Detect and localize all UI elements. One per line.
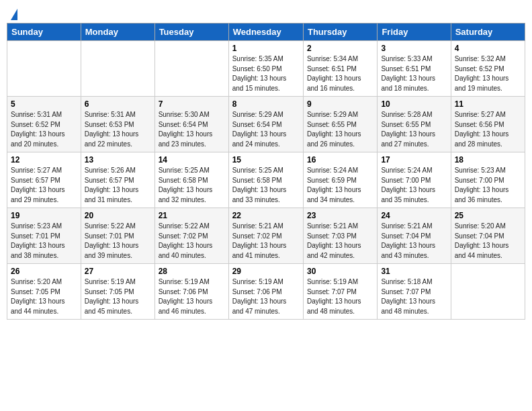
day-number: 2 [307,44,373,53]
calendar-week-row: 19Sunrise: 5:23 AM Sunset: 7:01 PM Dayli… [7,208,525,264]
calendar-cell [154,41,228,97]
day-header-sunday: Sunday [7,24,81,41]
day-number: 12 [11,155,77,165]
calendar-cell: 10Sunrise: 5:28 AM Sunset: 6:55 PM Dayli… [378,97,451,152]
header [7,7,525,17]
day-info: Sunrise: 5:18 AM Sunset: 7:07 PM Dayligh… [381,277,447,316]
day-info: Sunrise: 5:28 AM Sunset: 6:55 PM Dayligh… [381,110,447,149]
day-number: 22 [232,211,300,220]
calendar-cell: 17Sunrise: 5:24 AM Sunset: 7:00 PM Dayli… [378,152,451,208]
day-number: 9 [307,99,373,109]
day-info: Sunrise: 5:34 AM Sunset: 6:51 PM Dayligh… [307,54,373,93]
calendar-cell: 29Sunrise: 5:19 AM Sunset: 7:06 PM Dayli… [228,264,303,320]
day-header-thursday: Thursday [303,24,377,41]
day-number: 7 [159,99,225,109]
calendar-cell [7,41,81,97]
calendar-cell: 28Sunrise: 5:19 AM Sunset: 7:06 PM Dayli… [154,264,228,320]
calendar-week-row: 5Sunrise: 5:31 AM Sunset: 6:52 PM Daylig… [7,97,525,152]
calendar-cell: 23Sunrise: 5:21 AM Sunset: 7:03 PM Dayli… [303,208,377,264]
calendar-cell: 16Sunrise: 5:24 AM Sunset: 6:59 PM Dayli… [303,152,377,208]
day-header-tuesday: Tuesday [154,24,228,41]
day-number: 30 [307,267,373,276]
day-info: Sunrise: 5:23 AM Sunset: 7:00 PM Dayligh… [455,166,521,205]
calendar-cell [81,41,154,97]
calendar-cell: 8Sunrise: 5:29 AM Sunset: 6:54 PM Daylig… [228,97,303,152]
calendar-cell: 26Sunrise: 5:20 AM Sunset: 7:05 PM Dayli… [7,264,81,320]
day-number: 31 [381,267,447,276]
calendar-cell: 12Sunrise: 5:27 AM Sunset: 6:57 PM Dayli… [7,152,81,208]
day-number: 11 [455,99,521,109]
day-header-saturday: Saturday [451,24,525,41]
day-info: Sunrise: 5:21 AM Sunset: 7:04 PM Dayligh… [381,222,447,261]
calendar-cell: 13Sunrise: 5:26 AM Sunset: 6:57 PM Dayli… [81,152,154,208]
calendar-cell [451,264,525,320]
calendar-cell: 7Sunrise: 5:30 AM Sunset: 6:54 PM Daylig… [154,97,228,152]
calendar-cell: 31Sunrise: 5:18 AM Sunset: 7:07 PM Dayli… [378,264,451,320]
calendar-cell: 4Sunrise: 5:32 AM Sunset: 6:52 PM Daylig… [451,41,525,97]
calendar-cell: 22Sunrise: 5:21 AM Sunset: 7:02 PM Dayli… [228,208,303,264]
day-info: Sunrise: 5:19 AM Sunset: 7:05 PM Dayligh… [85,277,151,316]
calendar-cell: 11Sunrise: 5:27 AM Sunset: 6:56 PM Dayli… [451,97,525,152]
day-number: 18 [455,155,521,165]
calendar-cell: 5Sunrise: 5:31 AM Sunset: 6:52 PM Daylig… [7,97,81,152]
day-info: Sunrise: 5:23 AM Sunset: 7:01 PM Dayligh… [11,222,77,261]
day-number: 25 [455,211,521,220]
day-number: 17 [381,155,447,165]
day-info: Sunrise: 5:20 AM Sunset: 7:04 PM Dayligh… [455,222,521,261]
day-info: Sunrise: 5:24 AM Sunset: 6:59 PM Dayligh… [307,166,373,205]
day-info: Sunrise: 5:19 AM Sunset: 7:06 PM Dayligh… [232,277,300,316]
day-number: 24 [381,211,447,220]
day-info: Sunrise: 5:22 AM Sunset: 7:01 PM Dayligh… [85,222,151,261]
day-info: Sunrise: 5:33 AM Sunset: 6:51 PM Dayligh… [381,54,447,93]
day-number: 16 [307,155,373,165]
day-number: 23 [307,211,373,220]
day-header-friday: Friday [378,24,451,41]
calendar-cell: 2Sunrise: 5:34 AM Sunset: 6:51 PM Daylig… [303,41,377,97]
day-info: Sunrise: 5:22 AM Sunset: 7:02 PM Dayligh… [159,222,225,261]
day-number: 4 [455,44,521,53]
day-number: 10 [381,99,447,109]
day-info: Sunrise: 5:20 AM Sunset: 7:05 PM Dayligh… [11,277,77,316]
day-info: Sunrise: 5:27 AM Sunset: 6:57 PM Dayligh… [11,166,77,205]
calendar-cell: 1Sunrise: 5:35 AM Sunset: 6:50 PM Daylig… [228,41,303,97]
day-info: Sunrise: 5:35 AM Sunset: 6:50 PM Dayligh… [232,54,300,93]
day-number: 21 [159,211,225,220]
day-info: Sunrise: 5:19 AM Sunset: 7:07 PM Dayligh… [307,277,373,316]
calendar-week-row: 26Sunrise: 5:20 AM Sunset: 7:05 PM Dayli… [7,264,525,320]
day-info: Sunrise: 5:29 AM Sunset: 6:55 PM Dayligh… [307,110,373,149]
day-info: Sunrise: 5:31 AM Sunset: 6:53 PM Dayligh… [85,110,151,149]
day-number: 20 [85,211,151,220]
calendar-week-row: 1Sunrise: 5:35 AM Sunset: 6:50 PM Daylig… [7,41,525,97]
calendar-cell: 21Sunrise: 5:22 AM Sunset: 7:02 PM Dayli… [154,208,228,264]
day-info: Sunrise: 5:21 AM Sunset: 7:03 PM Dayligh… [307,222,373,261]
calendar: SundayMondayTuesdayWednesdayThursdayFrid… [7,23,525,320]
day-number: 26 [11,267,77,276]
day-info: Sunrise: 5:29 AM Sunset: 6:54 PM Dayligh… [232,110,300,149]
calendar-cell: 14Sunrise: 5:25 AM Sunset: 6:58 PM Dayli… [154,152,228,208]
calendar-cell: 24Sunrise: 5:21 AM Sunset: 7:04 PM Dayli… [378,208,451,264]
calendar-cell: 30Sunrise: 5:19 AM Sunset: 7:07 PM Dayli… [303,264,377,320]
logo-icon [11,9,17,20]
calendar-cell: 25Sunrise: 5:20 AM Sunset: 7:04 PM Dayli… [451,208,525,264]
day-info: Sunrise: 5:30 AM Sunset: 6:54 PM Dayligh… [159,110,225,149]
day-number: 19 [11,211,77,220]
day-info: Sunrise: 5:24 AM Sunset: 7:00 PM Dayligh… [381,166,447,205]
calendar-header-row: SundayMondayTuesdayWednesdayThursdayFrid… [7,24,525,41]
day-number: 1 [232,44,300,53]
day-info: Sunrise: 5:19 AM Sunset: 7:06 PM Dayligh… [159,277,225,316]
calendar-cell: 20Sunrise: 5:22 AM Sunset: 7:01 PM Dayli… [81,208,154,264]
calendar-cell: 6Sunrise: 5:31 AM Sunset: 6:53 PM Daylig… [81,97,154,152]
logo [10,10,17,17]
day-number: 8 [232,99,300,109]
day-number: 5 [11,99,77,109]
day-number: 27 [85,267,151,276]
day-number: 29 [232,267,300,276]
day-number: 6 [85,99,151,109]
day-number: 3 [381,44,447,53]
day-header-wednesday: Wednesday [228,24,303,41]
calendar-week-row: 12Sunrise: 5:27 AM Sunset: 6:57 PM Dayli… [7,152,525,208]
day-info: Sunrise: 5:25 AM Sunset: 6:58 PM Dayligh… [159,166,225,205]
calendar-cell: 9Sunrise: 5:29 AM Sunset: 6:55 PM Daylig… [303,97,377,152]
day-header-monday: Monday [81,24,154,41]
day-number: 13 [85,155,151,165]
